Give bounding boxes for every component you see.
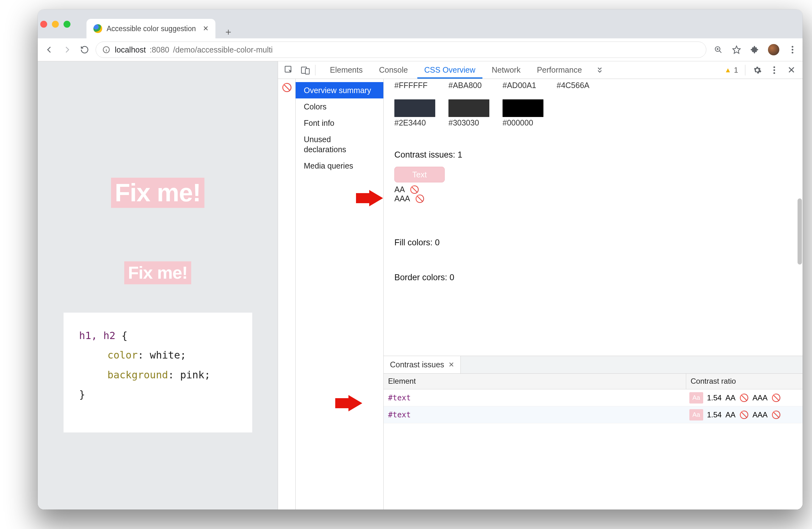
kebab-menu-icon[interactable] — [769, 65, 779, 75]
contrast-issue-swatch[interactable]: Text — [394, 167, 445, 182]
devtools-body: 🚫 Overview summary Colors Font info Unus… — [278, 79, 802, 510]
top-swatch-captions: #FFFFFF #ABA800 #AD00A1 #4C566A — [394, 81, 792, 90]
drawer-tab-contrast-issues[interactable]: Contrast issues ✕ — [384, 356, 461, 373]
table-row[interactable]: #text Aa 1.54 AA 🚫 AAA 🚫 — [384, 389, 802, 406]
cell-ratio: 1.54 — [707, 411, 722, 419]
sidebar-media-queries[interactable]: Media queries — [295, 158, 383, 174]
svg-point-9 — [792, 49, 793, 50]
no-entry-icon: 🚫 — [739, 394, 749, 402]
inspect-element-icon[interactable] — [282, 63, 295, 77]
code-val-bg: : pink; — [168, 369, 211, 381]
code-close-brace: } — [79, 388, 85, 400]
swatch-cap-ad00a1: #AD00A1 — [503, 81, 543, 90]
tab-strip: Accessible color suggestion ✕ ＋ — [86, 19, 233, 38]
tab-performance[interactable]: Performance — [528, 61, 590, 78]
url-path: /demo/accessible-color-multi — [173, 45, 273, 54]
fill-colors-heading: Fill colors: 0 — [394, 238, 792, 247]
drawer-tab-label: Contrast issues — [390, 360, 444, 369]
no-entry-icon: 🚫 — [739, 411, 749, 419]
no-entry-icon: 🚫 — [771, 394, 781, 402]
tab-favicon — [93, 24, 102, 33]
clear-icon[interactable]: 🚫 — [282, 83, 292, 92]
mini-toolbar: 🚫 — [278, 79, 295, 510]
drawer-tabbar: Contrast issues ✕ — [384, 356, 802, 374]
tab-elements[interactable]: Elements — [322, 61, 371, 78]
reload-button[interactable] — [78, 43, 91, 56]
sidebar-colors[interactable]: Colors — [295, 98, 383, 115]
code-prop-color: color — [107, 349, 138, 361]
tab-console[interactable]: Console — [371, 61, 416, 78]
swatch-cap-ffffff: #FFFFFF — [394, 81, 435, 90]
bookmark-star-icon[interactable] — [731, 45, 742, 55]
cell-ratio: 1.54 — [707, 394, 722, 402]
color-swatch-2e3440[interactable]: #2E3440 — [394, 99, 435, 127]
zoom-window-button[interactable] — [63, 21, 70, 28]
border-colors-heading: Border colors: 0 — [394, 273, 792, 283]
color-swatch-303030[interactable]: #303030 — [448, 99, 489, 127]
cell-aaa: AAA — [753, 394, 768, 402]
color-swatch-000000[interactable]: #000000 — [503, 99, 543, 127]
css-overview-sidebar: Overview summary Colors Font info Unused… — [295, 79, 384, 510]
more-tabs-icon[interactable] — [590, 61, 609, 78]
settings-gear-icon[interactable] — [752, 65, 762, 75]
tab-close-icon[interactable]: ✕ — [203, 25, 208, 33]
code-open-brace: { — [115, 330, 128, 342]
swatch-cap-aba800: #ABA800 — [448, 81, 489, 90]
demo-h2: Fix me! — [124, 261, 191, 284]
issues-counter[interactable]: ▲ 1 — [725, 66, 738, 74]
devtools-panel: Elements Console CSS Overview Network Pe… — [278, 61, 802, 510]
address-bar[interactable]: localhost:8080/demo/accessible-color-mul… — [96, 42, 706, 58]
tab-title: Accessible color suggestion — [106, 25, 196, 33]
close-devtools-icon[interactable]: ✕ — [786, 65, 796, 75]
toolbar-right — [711, 44, 798, 55]
cell-aa: AA — [726, 394, 736, 402]
device-toolbar-icon[interactable] — [299, 63, 312, 77]
forward-button[interactable] — [60, 43, 74, 56]
svg-point-15 — [773, 69, 775, 71]
site-info-icon[interactable] — [102, 45, 111, 54]
close-window-button[interactable] — [40, 21, 47, 28]
drawer-panel: Contrast issues ✕ Element Contrast ratio… — [384, 356, 802, 510]
browser-window: Accessible color suggestion ✕ ＋ lo — [38, 10, 802, 510]
no-entry-icon: 🚫 — [771, 411, 781, 419]
profile-avatar[interactable] — [768, 44, 779, 55]
cell-aaa: AAA — [753, 411, 768, 419]
swatch-cap-4c566a: #4C566A — [557, 81, 597, 90]
svg-point-10 — [792, 52, 793, 54]
sidebar-font-info[interactable]: Font info — [295, 115, 383, 131]
menu-icon[interactable] — [787, 45, 798, 55]
col-contrast-ratio: Contrast ratio — [686, 374, 802, 389]
code-sample: h1, h2 { color: white; background: pink;… — [63, 313, 252, 433]
tab-css-overview[interactable]: CSS Overview — [416, 61, 484, 78]
divider — [315, 65, 316, 75]
tab-network[interactable]: Network — [484, 61, 529, 78]
svg-point-14 — [773, 66, 775, 68]
aaa-row: AAA 🚫 — [394, 194, 792, 203]
back-button[interactable] — [43, 43, 56, 56]
aa-sample-chip: Aa — [690, 392, 703, 403]
drawer-tab-close-icon[interactable]: ✕ — [448, 361, 454, 369]
arrow-annotation-icon — [369, 190, 383, 206]
swatch-cap-2e3440: #2E3440 — [394, 118, 435, 127]
sidebar-unused-declarations[interactable]: Unused declarations — [295, 131, 383, 158]
divider — [745, 65, 745, 75]
table-row[interactable]: #text Aa 1.54 AA 🚫 AAA 🚫 — [384, 406, 802, 423]
aa-row: AA 🚫 — [394, 185, 792, 194]
url-host: localhost — [115, 45, 146, 54]
swatch-cap-303030: #303030 — [448, 118, 489, 127]
aa-label: AA — [394, 185, 405, 194]
browser-tab[interactable]: Accessible color suggestion ✕ — [86, 19, 215, 38]
sidebar-overview-summary[interactable]: Overview summary — [295, 82, 383, 98]
zoom-icon[interactable] — [713, 45, 723, 55]
drawer-table-body: #text Aa 1.54 AA 🚫 AAA 🚫 — [384, 389, 802, 423]
minimize-window-button[interactable] — [52, 21, 59, 28]
code-prop-bg: background — [107, 369, 168, 381]
extensions-icon[interactable] — [750, 45, 760, 55]
svg-line-4 — [719, 51, 722, 53]
scrollbar-thumb[interactable] — [798, 198, 802, 264]
svg-point-8 — [792, 46, 793, 47]
window-controls — [38, 10, 70, 28]
new-tab-button[interactable]: ＋ — [223, 26, 233, 38]
drawer-table-header: Element Contrast ratio — [384, 374, 802, 389]
devtools-tabbar: Elements Console CSS Overview Network Pe… — [278, 61, 802, 79]
